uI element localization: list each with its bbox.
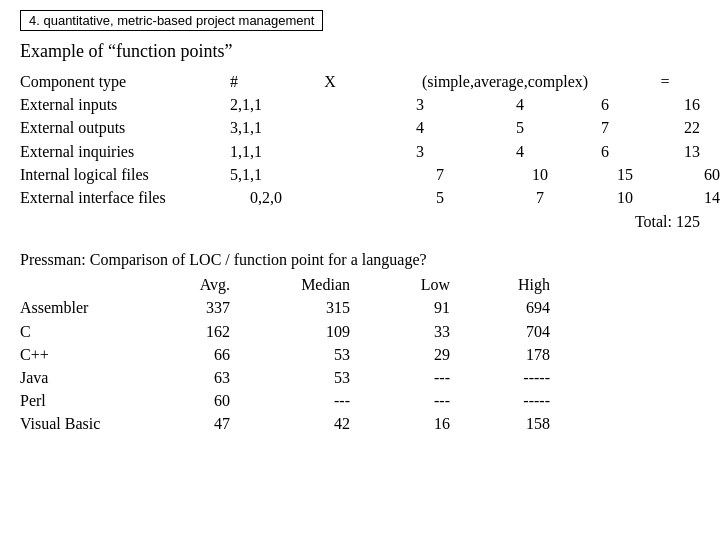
comp-header-high: High xyxy=(470,273,550,296)
fp-row-2: External inquiries 1,1,1 3 4 6 13 xyxy=(20,140,700,163)
fp-row-0: External inputs 2,1,1 3 4 6 16 xyxy=(20,93,700,116)
fp-row-3: Internal logical files 5,1,1 7 10 15 60 xyxy=(20,163,700,186)
fp-row-2-simple: 3 xyxy=(360,140,480,163)
fp-row-2-complex: 6 xyxy=(560,140,650,163)
fp-row-3-name: Internal logical files xyxy=(20,163,230,186)
fp-row-4-hash: 0,2,0 xyxy=(250,186,320,209)
comp-row-0-low: 91 xyxy=(370,296,470,319)
fp-row-3-hash: 5,1,1 xyxy=(230,163,320,186)
fp-row-2-hash: 1,1,1 xyxy=(230,140,300,163)
comparison-heading: Pressman: Comparison of LOC / function p… xyxy=(20,251,700,269)
fp-row-0-name: External inputs xyxy=(20,93,230,116)
title-box: 4. quantitative, metric-based project ma… xyxy=(20,10,323,31)
comp-row-5-avg: 47 xyxy=(150,412,260,435)
fp-row-0-hash: 2,1,1 xyxy=(230,93,300,116)
comp-row-4-avg: 60 xyxy=(150,389,260,412)
fp-row-4-val: 14 xyxy=(670,186,720,209)
page-container: 4. quantitative, metric-based project ma… xyxy=(0,0,720,540)
comp-header-low: Low xyxy=(370,273,470,296)
function-points-table: Component type # X (simple,average,compl… xyxy=(20,70,700,209)
fp-row-4-complex: 10 xyxy=(580,186,670,209)
fp-row-2-val: 13 xyxy=(650,140,700,163)
comp-header-avg: Avg. xyxy=(150,273,260,296)
fp-header-x: X xyxy=(300,70,360,93)
comp-row-2: C++ 66 53 29 178 xyxy=(20,343,700,366)
comp-row-2-avg: 66 xyxy=(150,343,260,366)
total-label: Total: 125 xyxy=(635,213,700,230)
section-heading: Example of “function points” xyxy=(20,41,700,62)
fp-row-1-hash: 3,1,1 xyxy=(230,116,300,139)
comp-row-1-median: 109 xyxy=(260,320,370,343)
fp-row-4: External interface files 0,2,0 5 7 10 14 xyxy=(20,186,700,209)
comp-row-3-lang: Java xyxy=(20,366,150,389)
comp-row-4: Perl 60 --- --- ----- xyxy=(20,389,700,412)
fp-row-2-avg: 4 xyxy=(480,140,560,163)
fp-row-1: External outputs 3,1,1 4 5 7 22 xyxy=(20,116,700,139)
fp-header-parens: (simple,average,complex) xyxy=(360,70,650,93)
comp-row-5-lang: Visual Basic xyxy=(20,412,150,435)
comp-row-4-high: ----- xyxy=(470,389,550,412)
title-text: 4. quantitative, metric-based project ma… xyxy=(29,13,314,28)
fp-row-3-simple: 7 xyxy=(380,163,500,186)
comp-row-0-lang: Assembler xyxy=(20,296,150,319)
comp-row-3-low: --- xyxy=(370,366,470,389)
fp-row-0-val: 16 xyxy=(650,93,700,116)
comp-row-0-median: 315 xyxy=(260,296,370,319)
comp-table: Avg. Median Low High Assembler 337 315 9… xyxy=(20,273,700,435)
comp-row-5: Visual Basic 47 42 16 158 xyxy=(20,412,700,435)
comp-header-median: Median xyxy=(260,273,370,296)
comp-row-1-avg: 162 xyxy=(150,320,260,343)
fp-row-1-val: 22 xyxy=(650,116,700,139)
comp-row-3-median: 53 xyxy=(260,366,370,389)
fp-row-4-avg: 7 xyxy=(500,186,580,209)
comp-row-3-high: ----- xyxy=(470,366,550,389)
fp-row-3-val: 60 xyxy=(670,163,720,186)
comp-row-4-lang: Perl xyxy=(20,389,150,412)
fp-row-4-simple: 5 xyxy=(380,186,500,209)
fp-header-hash: # xyxy=(230,70,300,93)
comp-header-row: Avg. Median Low High xyxy=(20,273,700,296)
fp-row-1-name: External outputs xyxy=(20,116,230,139)
comp-row-2-low: 29 xyxy=(370,343,470,366)
comp-row-3: Java 63 53 --- ----- xyxy=(20,366,700,389)
fp-row-1-complex: 7 xyxy=(560,116,650,139)
comp-row-1-low: 33 xyxy=(370,320,470,343)
comp-row-0-high: 694 xyxy=(470,296,550,319)
fp-row-3-complex: 15 xyxy=(580,163,670,186)
comp-row-4-low: --- xyxy=(370,389,470,412)
comp-row-5-low: 16 xyxy=(370,412,470,435)
fp-row-0-avg: 4 xyxy=(480,93,560,116)
fp-row-3-avg: 10 xyxy=(500,163,580,186)
fp-row-0-complex: 6 xyxy=(560,93,650,116)
fp-header-name: Component type xyxy=(20,70,230,93)
comp-row-2-lang: C++ xyxy=(20,343,150,366)
comparison-section: Pressman: Comparison of LOC / function p… xyxy=(20,251,700,435)
comp-row-1-lang: C xyxy=(20,320,150,343)
fp-header-row: Component type # X (simple,average,compl… xyxy=(20,70,700,93)
fp-row-2-name: External inquiries xyxy=(20,140,230,163)
fp-header-eq: = xyxy=(650,70,680,93)
comp-row-2-high: 178 xyxy=(470,343,550,366)
comp-row-2-median: 53 xyxy=(260,343,370,366)
comp-row-0-avg: 337 xyxy=(150,296,260,319)
fp-row-4-name: External interface files xyxy=(20,186,250,209)
comp-row-1-high: 704 xyxy=(470,320,550,343)
comp-row-3-avg: 63 xyxy=(150,366,260,389)
fp-row-0-simple: 3 xyxy=(360,93,480,116)
comp-row-0: Assembler 337 315 91 694 xyxy=(20,296,700,319)
comp-row-5-median: 42 xyxy=(260,412,370,435)
comp-row-1: C 162 109 33 704 xyxy=(20,320,700,343)
total-row: Total: 125 xyxy=(20,213,700,231)
comp-row-4-median: --- xyxy=(260,389,370,412)
fp-row-1-avg: 5 xyxy=(480,116,560,139)
function-points-section: Example of “function points” Component t… xyxy=(20,41,700,231)
comp-row-5-high: 158 xyxy=(470,412,550,435)
fp-row-1-simple: 4 xyxy=(360,116,480,139)
